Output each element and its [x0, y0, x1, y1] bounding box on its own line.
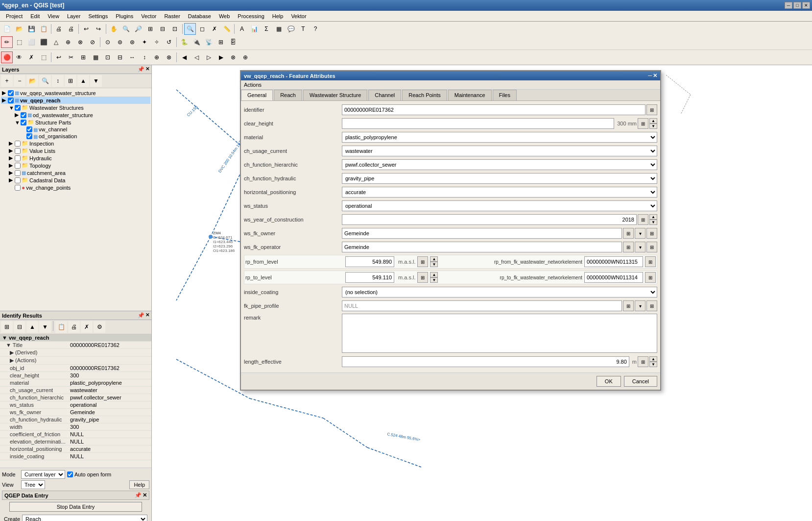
layer-item-inspection[interactable]: ▶ 📁 Inspection [1, 140, 150, 147]
rp-from-level-link1[interactable]: ⊞ [417, 256, 428, 267]
nav-btn1[interactable]: ◀ [178, 51, 190, 63]
coord-button[interactable]: ⊞ [215, 36, 227, 48]
close-button[interactable]: ✕ [802, 2, 810, 9]
length-effective-input[interactable] [342, 356, 629, 367]
auto-open-checkbox[interactable] [67, 471, 73, 477]
help-button[interactable]: Help [129, 480, 149, 489]
rp-to-level-spin-down[interactable]: ▼ [430, 277, 438, 283]
rp-to-level-spin-up[interactable]: ▲ [430, 272, 438, 277]
layer-checkbox-7[interactable] [15, 141, 21, 147]
layers-remove-button[interactable]: − [14, 75, 25, 87]
length-effective-spin-down[interactable]: ▼ [649, 362, 657, 367]
edit-btn1[interactable]: ↩ [53, 51, 65, 63]
layer-checkbox-13[interactable] [15, 185, 21, 191]
dialog-close-button[interactable]: ✕ [653, 73, 657, 79]
identifier-link-button[interactable]: ⊞ [646, 104, 657, 115]
zoom-layer-button[interactable]: ⊟ [157, 23, 168, 35]
ch-function-hierarchic-select[interactable]: pwwf.collector_sewer [342, 159, 657, 170]
layer-item-catchment[interactable]: ▶ ▦ catchment_area [1, 169, 150, 176]
digitize5-button[interactable]: ⊕ [62, 36, 74, 48]
print-button[interactable]: 🖨 [53, 23, 65, 35]
ws-fk-operator-link-button1[interactable]: ⊞ [623, 242, 634, 252]
table-button[interactable]: ▦ [273, 23, 285, 35]
layers-expand-all-button[interactable]: ⊞ [65, 75, 76, 87]
identify-collapse-button[interactable]: ⊟ [14, 321, 25, 333]
rp-from-level-input[interactable] [345, 256, 394, 267]
identify-pin-button[interactable]: 📌 [138, 312, 144, 319]
layers-down-button[interactable]: ▼ [90, 75, 102, 87]
digitize1-button[interactable]: ⬚ [13, 36, 25, 48]
layer-checkbox-8[interactable] [15, 148, 21, 154]
menu-vektor[interactable]: Vektor [287, 12, 310, 20]
select-button[interactable]: ◻ [196, 23, 208, 35]
identify-clear-button[interactable]: ✗ [81, 321, 93, 333]
edit-btn6[interactable]: ⊟ [114, 51, 126, 63]
snap3-button[interactable]: ⊛ [126, 36, 138, 48]
edit-btn2[interactable]: ✂ [65, 51, 77, 63]
rp-from-fk-input[interactable] [584, 256, 643, 267]
diagram-button[interactable]: 📊 [248, 23, 260, 35]
inside-coating-select[interactable]: (no selection) [342, 287, 657, 298]
identify-button[interactable]: 🔍 [184, 23, 196, 35]
rp-from-level-spin-up[interactable]: ▲ [430, 256, 438, 262]
menu-processing[interactable]: Processing [234, 12, 268, 20]
edit-btn10[interactable]: ⊗ [163, 51, 175, 63]
qgep-btn2[interactable]: 👁 [13, 51, 25, 63]
menu-web[interactable]: Web [215, 12, 234, 20]
query-button[interactable]: 💬 [285, 23, 297, 35]
layers-open-button[interactable]: 📂 [26, 75, 38, 87]
zoom-selection-button[interactable]: ⊡ [169, 23, 181, 35]
menu-raster[interactable]: Raster [160, 12, 184, 20]
mode-select[interactable]: Current layer [21, 470, 65, 479]
rp-from-level-spin-down[interactable]: ▼ [430, 262, 438, 267]
map-area[interactable]: ZM1 C=627.960 I1=625.790 O1=625.500 ZM4 … [152, 65, 812, 521]
menu-edit[interactable]: Edit [26, 12, 44, 20]
tab-channel[interactable]: Channel [368, 90, 401, 100]
nav-btn3[interactable]: ▷ [203, 51, 215, 63]
pan-button[interactable]: ✋ [108, 23, 119, 35]
ws-fk-owner-link-button3[interactable]: ⊞ [646, 228, 657, 239]
zoom-in-button[interactable]: 🔍 [120, 23, 132, 35]
save-project-button[interactable]: 💾 [25, 23, 37, 35]
stats-button[interactable]: Σ [261, 23, 272, 35]
new-project-button[interactable]: 📄 [1, 23, 13, 35]
clear-height-spin-up[interactable]: ▲ [649, 118, 657, 124]
nav-btn6[interactable]: ⊕ [239, 51, 251, 63]
layer-checkbox-10[interactable] [15, 163, 21, 169]
remark-input[interactable] [342, 314, 657, 353]
ws-year-link-button[interactable]: ⊞ [638, 214, 648, 225]
print2-button[interactable]: 🖨 [65, 23, 77, 35]
redo-button[interactable]: ↪ [93, 23, 104, 35]
text-button[interactable]: T [297, 23, 309, 35]
layer-item-change-points[interactable]: ● vw_change_points [1, 184, 150, 192]
layer-checkbox-5[interactable] [26, 126, 32, 132]
minimize-button[interactable]: ─ [785, 2, 792, 9]
ws-year-spin-up[interactable]: ▲ [649, 214, 657, 220]
layer-item-structure-parts[interactable]: ▼ 📁 Structure Parts [1, 119, 150, 126]
refresh-button[interactable]: ↺ [163, 36, 175, 48]
edit-btn9[interactable]: ⊕ [151, 51, 163, 63]
layers-pin-button[interactable]: 📌 [138, 66, 144, 73]
edit-btn5[interactable]: ⊡ [102, 51, 114, 63]
rp-to-level-input[interactable] [345, 272, 394, 283]
digitize7-button[interactable]: ⊘ [87, 36, 98, 48]
ws-year-spin-down[interactable]: ▼ [649, 220, 657, 225]
ws-fk-operator-link-button3[interactable]: ⊞ [646, 242, 657, 252]
layer-item-wastewater-structures[interactable]: ▼ 📁 Wastewater Structures [1, 104, 150, 111]
menu-project[interactable]: Project [2, 12, 26, 20]
identify-expand-button[interactable]: ⊞ [1, 321, 13, 333]
layer-checkbox-11[interactable] [15, 170, 21, 176]
ws-fk-owner-link-button2[interactable]: ▾ [635, 228, 645, 239]
ch-function-hydraulic-select[interactable]: gravity_pipe [342, 173, 657, 184]
qgep-btn4[interactable]: ⬚ [38, 51, 49, 63]
identifier-input[interactable] [342, 104, 645, 115]
clear-height-input[interactable] [342, 118, 614, 129]
label-button[interactable]: A [236, 23, 248, 35]
cancel-button[interactable]: Cancel [624, 376, 657, 387]
create-select[interactable]: Reach [22, 515, 147, 521]
tab-reach-points[interactable]: Reach Points [402, 90, 447, 100]
fk-pipe-profile-link1[interactable]: ⊞ [623, 300, 634, 311]
identify-copy-button[interactable]: 📋 [55, 321, 67, 333]
layer-item-hydraulic[interactable]: ▶ 📁 Hydraulic [1, 154, 150, 162]
layer-item-topology[interactable]: ▶ 📁 Topology [1, 162, 150, 169]
